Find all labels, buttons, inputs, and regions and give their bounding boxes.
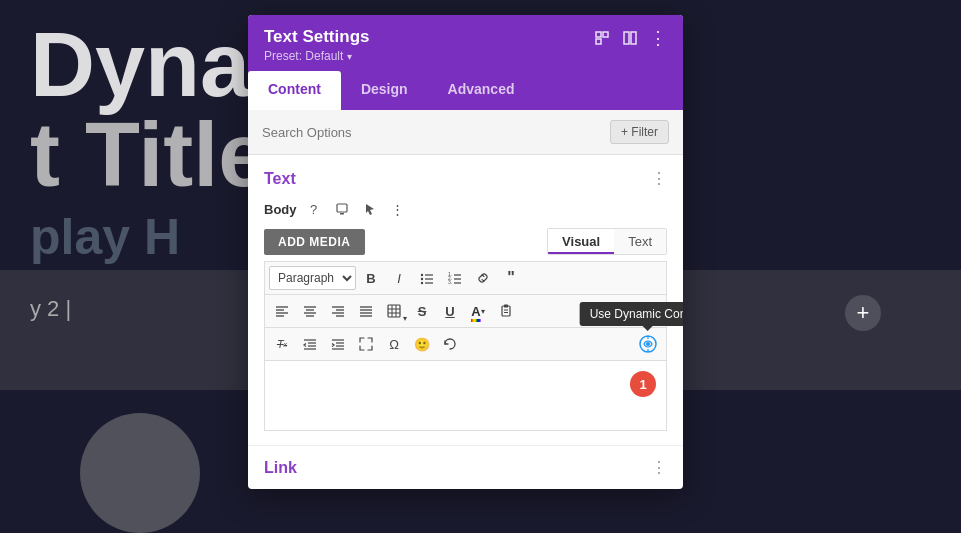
panel-body: Text ⋮ Body ? ⋮	[248, 155, 683, 445]
settings-panel: Text Settings Preset: Default ▾	[248, 15, 683, 489]
svg-point-9	[421, 282, 423, 284]
clear-format-button[interactable]: Tx	[269, 332, 295, 356]
add-media-button[interactable]: ADD MEDIA	[264, 229, 365, 255]
strikethrough-button[interactable]: S	[409, 299, 435, 323]
align-justify-button[interactable]	[353, 299, 379, 323]
expand-icon[interactable]	[593, 29, 611, 47]
italic-button[interactable]: I	[386, 266, 412, 290]
tab-design[interactable]: Design	[341, 71, 428, 110]
align-right-button[interactable]	[325, 299, 351, 323]
panel-header-icons: ⋮	[593, 29, 667, 47]
dynamic-content-wrapper: Use Dynamic Content	[634, 332, 662, 356]
panel-title: Text Settings	[264, 27, 369, 47]
outdent-button[interactable]	[297, 332, 323, 356]
align-left-button[interactable]	[269, 299, 295, 323]
tab-content[interactable]: Content	[248, 71, 341, 110]
svg-rect-5	[337, 204, 347, 212]
row-text: y 2 |	[30, 296, 71, 322]
visual-text-toggle: Visual Text	[547, 228, 667, 255]
ordered-list-button[interactable]: 1. 2. 3.	[442, 266, 468, 290]
table-button[interactable]: ▾	[381, 299, 407, 323]
quote-button[interactable]: "	[498, 266, 524, 290]
help-icon[interactable]: ?	[303, 198, 325, 220]
text-tab[interactable]: Text	[614, 229, 666, 254]
underline-button[interactable]: U	[437, 299, 463, 323]
paste-special-button[interactable]	[493, 299, 519, 323]
fullscreen-button[interactable]	[353, 332, 379, 356]
svg-point-53	[646, 342, 650, 346]
avatar	[80, 413, 200, 533]
svg-rect-1	[603, 32, 608, 37]
section-title: Text	[264, 170, 296, 188]
tab-advanced[interactable]: Advanced	[428, 71, 535, 110]
split-icon[interactable]	[621, 29, 639, 47]
format-toolbar-row3: Tx	[264, 327, 667, 361]
indent-button[interactable]	[325, 332, 351, 356]
align-center-button[interactable]	[297, 299, 323, 323]
undo-button[interactable]	[437, 332, 463, 356]
search-input[interactable]	[262, 125, 610, 140]
svg-rect-0	[596, 32, 601, 37]
link-section-title: Link	[264, 459, 297, 477]
visual-tab[interactable]: Visual	[548, 229, 614, 254]
link-section-menu-icon[interactable]: ⋮	[651, 458, 667, 477]
panel-header: Text Settings Preset: Default ▾	[248, 15, 683, 71]
svg-rect-2	[596, 39, 601, 44]
filter-button[interactable]: + Filter	[610, 120, 669, 144]
svg-point-8	[421, 278, 423, 280]
device-icon[interactable]	[331, 198, 353, 220]
panel-tabs: Content Design Advanced	[248, 71, 683, 110]
format-toolbar-row2: ▾ S U A ▾	[264, 294, 667, 327]
text-color-button[interactable]: A ▾	[465, 299, 491, 323]
section-menu-icon[interactable]: ⋮	[651, 169, 667, 188]
svg-text:3.: 3.	[448, 279, 452, 285]
field-more-icon[interactable]: ⋮	[387, 198, 409, 220]
body-toolbar: Body ? ⋮	[264, 198, 667, 220]
link-section: Link ⋮	[248, 445, 683, 489]
paragraph-select[interactable]: Paragraph	[269, 266, 356, 290]
editor-area[interactable]: 1	[264, 361, 667, 431]
svg-point-7	[421, 274, 423, 276]
notification-badge[interactable]: 1	[630, 371, 656, 397]
link-button[interactable]	[470, 266, 496, 290]
add-section-button[interactable]: +	[845, 295, 881, 331]
dynamic-content-button[interactable]	[634, 332, 662, 356]
bold-button[interactable]: B	[358, 266, 384, 290]
svg-rect-4	[631, 32, 636, 44]
cursor-icon[interactable]	[359, 198, 381, 220]
emoji-button[interactable]: 🙂	[409, 332, 435, 356]
format-toolbar-row1: Paragraph B I 1.	[264, 261, 667, 294]
special-char-button[interactable]: Ω	[381, 332, 407, 356]
panel-preset[interactable]: Preset: Default ▾	[264, 49, 369, 63]
svg-rect-3	[624, 32, 629, 44]
unordered-list-button[interactable]	[414, 266, 440, 290]
svg-rect-35	[388, 305, 400, 317]
svg-rect-41	[504, 305, 508, 308]
editor-top-row: ADD MEDIA Visual Text	[264, 228, 667, 255]
more-options-icon[interactable]: ⋮	[649, 29, 667, 47]
body-label: Body	[264, 202, 297, 217]
svg-rect-6	[340, 213, 344, 215]
search-bar: + Filter	[248, 110, 683, 155]
preset-dropdown-arrow: ▾	[347, 51, 352, 62]
section-header: Text ⋮	[264, 169, 667, 188]
